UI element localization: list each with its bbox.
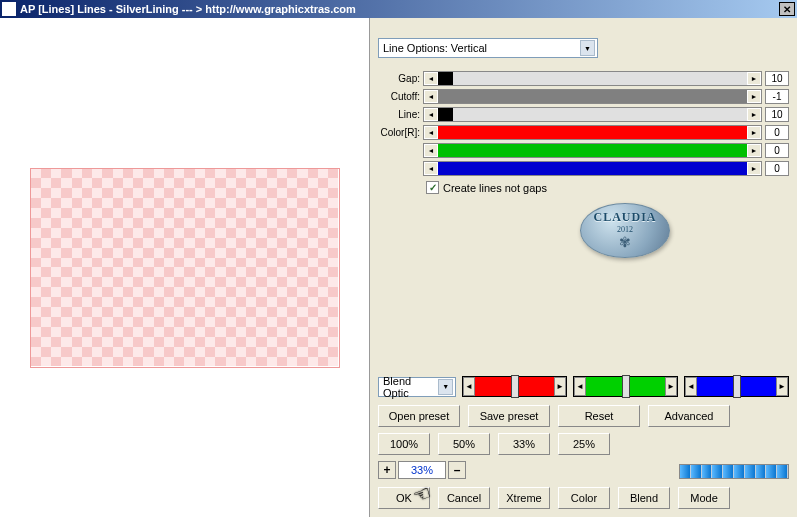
bottom-controls: Blend Optic ▼ ◄ ► ◄ ► ◄ bbox=[378, 376, 789, 509]
blend-green-slider[interactable]: ◄ ► bbox=[573, 376, 678, 397]
preview-canvas bbox=[30, 168, 340, 368]
zoom-value: 33% bbox=[398, 461, 446, 479]
arrow-right-icon[interactable]: ► bbox=[554, 377, 566, 396]
slider-thumb[interactable] bbox=[733, 375, 741, 398]
arrow-left-icon[interactable]: ◄ bbox=[424, 126, 438, 139]
line-value: 10 bbox=[765, 107, 789, 122]
arrow-right-icon[interactable]: ► bbox=[747, 108, 761, 121]
arrow-left-icon[interactable]: ◄ bbox=[424, 90, 438, 103]
arrow-left-icon[interactable]: ◄ bbox=[463, 377, 475, 396]
save-preset-button[interactable]: Save preset bbox=[468, 405, 550, 427]
gap-slider[interactable]: ◄► bbox=[423, 71, 762, 86]
arrow-right-icon[interactable]: ► bbox=[776, 377, 788, 396]
colorG-slider[interactable]: ◄► bbox=[423, 143, 762, 158]
cancel-button[interactable]: Cancel bbox=[438, 487, 490, 509]
arrow-left-icon[interactable]: ◄ bbox=[424, 108, 438, 121]
reset-button[interactable]: Reset bbox=[558, 405, 640, 427]
cutoff-slider[interactable]: ◄► bbox=[423, 89, 762, 104]
colorR-slider[interactable]: ◄► bbox=[423, 125, 762, 140]
open-preset-button[interactable]: Open preset bbox=[378, 405, 460, 427]
colorR-value: 0 bbox=[765, 125, 789, 140]
zoom-50-button[interactable]: 50% bbox=[438, 433, 490, 455]
slider-label: Color[R]: bbox=[378, 127, 423, 138]
content-area: Line Options: Vertical ▼ Gap:◄►10Cutoff:… bbox=[0, 18, 797, 517]
colorB-slider[interactable]: ◄► bbox=[423, 161, 762, 176]
progress-bar bbox=[679, 464, 789, 479]
zoom-100-button[interactable]: 100% bbox=[378, 433, 430, 455]
title-bar: AP [Lines] Lines - SilverLining --- > ht… bbox=[0, 0, 797, 18]
arrow-right-icon[interactable]: ► bbox=[747, 162, 761, 175]
slider-label: Gap: bbox=[378, 73, 423, 84]
zoom-25-button[interactable]: 25% bbox=[558, 433, 610, 455]
line-options-dropdown[interactable]: Line Options: Vertical ▼ bbox=[378, 38, 598, 58]
preset-buttons: Open preset Save preset Reset Advanced bbox=[378, 405, 789, 427]
slider-thumb[interactable] bbox=[511, 375, 519, 398]
app-icon bbox=[2, 2, 16, 16]
watermark-symbol: ✾ bbox=[619, 234, 631, 251]
preview-panel bbox=[0, 18, 370, 517]
arrow-left-icon[interactable]: ◄ bbox=[574, 377, 586, 396]
watermark-text: CLAUDIA bbox=[593, 210, 656, 225]
line-slider[interactable]: ◄► bbox=[423, 107, 762, 122]
arrow-left-icon[interactable]: ◄ bbox=[424, 144, 438, 157]
slider-label: Line: bbox=[378, 109, 423, 120]
controls-panel: Line Options: Vertical ▼ Gap:◄►10Cutoff:… bbox=[370, 18, 797, 517]
arrow-right-icon[interactable]: ► bbox=[665, 377, 677, 396]
zoom-plus-button[interactable]: + bbox=[378, 461, 396, 479]
close-button[interactable]: ✕ bbox=[779, 2, 795, 16]
xtreme-button[interactable]: Xtreme bbox=[498, 487, 550, 509]
advanced-button[interactable]: Advanced bbox=[648, 405, 730, 427]
ok-button[interactable]: OK bbox=[378, 487, 430, 509]
blend-red-slider[interactable]: ◄ ► bbox=[462, 376, 567, 397]
mode-button[interactable]: Mode bbox=[678, 487, 730, 509]
blend-row: Blend Optic ▼ ◄ ► ◄ ► ◄ bbox=[378, 376, 789, 397]
arrow-right-icon[interactable]: ► bbox=[747, 144, 761, 157]
zoom-33-button[interactable]: 33% bbox=[498, 433, 550, 455]
arrow-right-icon[interactable]: ► bbox=[747, 72, 761, 85]
slider-row-cutoff: Cutoff:◄►-1 bbox=[378, 88, 789, 104]
slider-row-colorG: ◄►0 bbox=[378, 142, 789, 158]
chevron-down-icon: ▼ bbox=[438, 379, 453, 395]
slider-thumb[interactable] bbox=[622, 375, 630, 398]
zoom-minus-button[interactable]: – bbox=[448, 461, 466, 479]
arrow-left-icon[interactable]: ◄ bbox=[424, 162, 438, 175]
arrow-right-icon[interactable]: ► bbox=[747, 90, 761, 103]
line-options-selected: Line Options: Vertical bbox=[383, 42, 487, 54]
arrow-left-icon[interactable]: ◄ bbox=[424, 72, 438, 85]
watermark-badge: CLAUDIA 2012 ✾ bbox=[580, 203, 670, 258]
slider-label: Cutoff: bbox=[378, 91, 423, 102]
colorG-value: 0 bbox=[765, 143, 789, 158]
zoom-preset-buttons: 100% 50% 33% 25% bbox=[378, 433, 789, 455]
create-lines-label: Create lines not gaps bbox=[443, 182, 547, 194]
blend-dropdown-label: Blend Optic bbox=[383, 375, 438, 399]
checkbox-row: ✓ Create lines not gaps bbox=[378, 181, 789, 194]
blend-blue-slider[interactable]: ◄ ► bbox=[684, 376, 789, 397]
slider-row-colorR: Color[R]:◄►0 bbox=[378, 124, 789, 140]
color-button[interactable]: Color bbox=[558, 487, 610, 509]
window-title: AP [Lines] Lines - SilverLining --- > ht… bbox=[20, 3, 779, 15]
slider-row-colorB: ◄►0 bbox=[378, 160, 789, 176]
cutoff-value: -1 bbox=[765, 89, 789, 104]
colorB-value: 0 bbox=[765, 161, 789, 176]
arrow-right-icon[interactable]: ► bbox=[747, 126, 761, 139]
action-buttons: OK ☜ Cancel Xtreme Color Blend Mode bbox=[378, 487, 789, 509]
slider-row-gap: Gap:◄►10 bbox=[378, 70, 789, 86]
chevron-down-icon: ▼ bbox=[580, 40, 595, 56]
watermark-year: 2012 bbox=[617, 225, 633, 234]
arrow-left-icon[interactable]: ◄ bbox=[685, 377, 697, 396]
create-lines-checkbox[interactable]: ✓ bbox=[426, 181, 439, 194]
gap-value: 10 bbox=[765, 71, 789, 86]
blend-dropdown[interactable]: Blend Optic ▼ bbox=[378, 377, 456, 397]
blend-button[interactable]: Blend bbox=[618, 487, 670, 509]
slider-row-line: Line:◄►10 bbox=[378, 106, 789, 122]
